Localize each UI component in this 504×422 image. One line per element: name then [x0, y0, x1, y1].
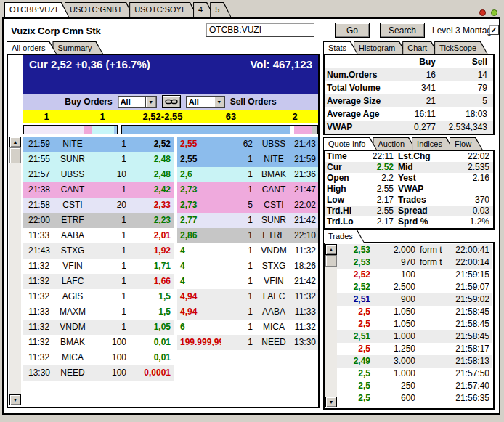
tab-auction[interactable]: Auction: [373, 137, 416, 150]
buy-order[interactable]: 21:55SUNR12,48: [23, 152, 174, 167]
sell-filter-dropdown[interactable]: All ▼: [186, 96, 225, 108]
buy-order[interactable]: 11:32MICA1000,01: [23, 350, 174, 365]
tab-histogram[interactable]: Histogram: [354, 41, 407, 54]
tab-summary[interactable]: Summary: [52, 41, 103, 54]
buy-order[interactable]: 11:32BMAK1000,01: [23, 335, 174, 350]
book-row[interactable]: 13:30NEED1000,0001: [23, 365, 318, 381]
trade-row[interactable]: 2,51.05021:58:45: [337, 306, 492, 318]
trade-row[interactable]: 2,560021:56:35: [337, 392, 492, 405]
scroll-down-icon[interactable]: ▼: [9, 394, 21, 405]
book-row[interactable]: 21:43STXG11,9241VNDM11:32: [23, 243, 318, 259]
link-sides-button[interactable]: [162, 95, 181, 108]
book-row[interactable]: 11:32MICA1000,01: [23, 350, 318, 365]
book-row[interactable]: 11:33AABA12,012,861ETRF22:10: [23, 228, 318, 243]
tab-5[interactable]: 5: [210, 2, 231, 17]
book-row[interactable]: 11:32VFIN11,7141STXG18:26: [23, 259, 318, 274]
trade-row[interactable]: 2,532.000form t22:00:41: [337, 244, 492, 256]
chevron-down-icon[interactable]: ▼: [145, 97, 156, 107]
tab-quote-info[interactable]: Quote Info: [323, 137, 377, 150]
tab-chart[interactable]: Chart: [402, 41, 439, 54]
tab-usotc-gnbt[interactable]: USOTC:GNBT: [65, 2, 134, 17]
sell-order[interactable]: 41STXG18:26: [177, 259, 318, 274]
sell-order[interactable]: 2,731CANT21:47: [177, 182, 318, 198]
book-row[interactable]: 21:38CANT12,422,731CANT21:47: [23, 182, 318, 198]
tab-tickscope[interactable]: TickScope: [434, 41, 488, 54]
trade-row[interactable]: 2,51.25021:58:17: [337, 343, 492, 355]
trade-row[interactable]: 2,51.00021:57:50: [337, 368, 492, 380]
tab-indices[interactable]: Indices: [412, 137, 454, 150]
buy-order[interactable]: 21:58CSTI202,33: [23, 198, 174, 213]
green-status-dot-icon: [491, 9, 497, 16]
buy-inside-size: 1: [70, 110, 135, 123]
trades-scrollbar[interactable]: ▲ ▼: [325, 244, 337, 407]
sell-order[interactable]: 2,861ETRF22:10: [177, 228, 318, 243]
trade-row[interactable]: 2,51.05021:58:45: [337, 318, 492, 330]
book-row[interactable]: 11:32AGIS11,54,941LAFC11:32: [23, 289, 318, 304]
tab-stats[interactable]: Stats: [323, 41, 358, 54]
sell-order[interactable]: 2,5562UBSS21:43: [177, 137, 318, 152]
search-button[interactable]: Search: [380, 23, 425, 38]
buy-order[interactable]: 11:32VNDM11,05: [23, 320, 174, 335]
book-row[interactable]: 11:32LAFC11,6641VFIN21:42: [23, 274, 318, 289]
level3-montage-checkbox[interactable]: ✓: [489, 25, 499, 35]
book-scrollbar[interactable]: ▲ ▼: [9, 137, 21, 405]
tab-trades[interactable]: Trades: [323, 230, 365, 243]
buy-order[interactable]: 21:57UBSS102,48: [23, 167, 174, 182]
tab-flow[interactable]: Flow: [450, 137, 483, 150]
scrollbar-thumb[interactable]: [325, 255, 337, 267]
book-row[interactable]: 21:57UBSS102,482,61BMAK21:36: [23, 167, 318, 182]
tab-usotc-soyl[interactable]: USOTC:SOYL: [129, 2, 198, 17]
trade-row[interactable]: 2,53970form t22:00:14: [337, 256, 492, 269]
book-row[interactable]: 21:58CSTI202,332,735CSTI22:02: [23, 198, 318, 213]
symbol-input[interactable]: [206, 23, 314, 37]
buy-order[interactable]: 11:33AABA12,01: [23, 228, 174, 243]
trade-row[interactable]: 2,525021:57:40: [337, 380, 492, 392]
trade-condition: [417, 318, 447, 330]
tab-all-orders[interactable]: All orders: [7, 41, 57, 54]
buy-order[interactable]: 11:33MAXM11,5: [23, 304, 174, 320]
trade-row[interactable]: 2,5210021:59:15: [337, 269, 492, 281]
scroll-up-icon[interactable]: ▲: [9, 137, 21, 147]
chevron-down-icon[interactable]: ▼: [214, 97, 224, 107]
sell-order[interactable]: 2,735CSTI22:02: [177, 198, 318, 213]
trade-row[interactable]: 2,5190021:59:02: [337, 293, 492, 306]
stats-label: Average Size: [325, 94, 394, 107]
scroll-up-icon[interactable]: ▲: [325, 244, 337, 255]
sell-time: 11:32: [290, 289, 318, 304]
scrollbar-track[interactable]: [325, 267, 337, 397]
buy-order[interactable]: 13:30NEED1000,0001: [23, 365, 174, 381]
sell-order[interactable]: 61MICA11:32: [177, 320, 318, 335]
sell-time: 11:33: [290, 304, 318, 320]
sell-order[interactable]: 4,941AABA11:33: [177, 304, 318, 320]
sell-order[interactable]: 2,61BMAK21:36: [177, 167, 318, 182]
sell-order[interactable]: 41VNDM11:32: [177, 243, 318, 259]
sell-order[interactable]: 2,771SUNR21:42: [177, 213, 318, 228]
buy-filter-dropdown[interactable]: All ▼: [118, 96, 157, 108]
buy-order[interactable]: 21:43STXG11,92: [23, 243, 174, 259]
tab-label: OTCBB:VUZI: [5, 3, 68, 17]
trade-row[interactable]: 2,493.00021:58:13: [337, 355, 492, 368]
go-button[interactable]: Go: [335, 23, 370, 38]
scroll-down-icon[interactable]: ▼: [325, 397, 337, 407]
sell-order[interactable]: 41VFIN21:42: [177, 274, 318, 289]
book-row[interactable]: 21:59NITE12,522,5562UBSS21:43: [23, 137, 318, 152]
scrollbar-track[interactable]: [9, 163, 21, 394]
sell-order[interactable]: 199.999,991NEED13:30: [177, 335, 318, 350]
buy-order[interactable]: 11:32AGIS11,5: [23, 289, 174, 304]
buy-order[interactable]: 11:32VFIN11,71: [23, 259, 174, 274]
scrollbar-thumb[interactable]: [9, 147, 21, 163]
book-row[interactable]: 11:32VNDM11,0561MICA11:32: [23, 320, 318, 335]
book-row[interactable]: 11:33MAXM11,54,941AABA11:33: [23, 304, 318, 320]
tab-otcbb-vuzi[interactable]: OTCBB:VUZI: [4, 2, 69, 17]
book-row[interactable]: 22:00ETRF12,232,771SUNR21:42: [23, 213, 318, 228]
sell-order[interactable]: 2,551NITE21:59: [177, 152, 318, 167]
buy-order[interactable]: 21:59NITE12,52: [23, 137, 174, 152]
trade-row[interactable]: 2,511.00021:58:45: [337, 330, 492, 343]
book-row[interactable]: 11:32BMAK1000,01199.999,991NEED13:30: [23, 335, 318, 350]
book-row[interactable]: 21:55SUNR12,482,551NITE21:59: [23, 152, 318, 167]
buy-order[interactable]: 22:00ETRF12,23: [23, 213, 174, 228]
buy-order[interactable]: 21:38CANT12,42: [23, 182, 174, 198]
sell-order[interactable]: 4,941LAFC11:32: [177, 289, 318, 304]
trade-row[interactable]: 2,522.50021:59:07: [337, 281, 492, 293]
buy-order[interactable]: 11:32LAFC11,66: [23, 274, 174, 289]
